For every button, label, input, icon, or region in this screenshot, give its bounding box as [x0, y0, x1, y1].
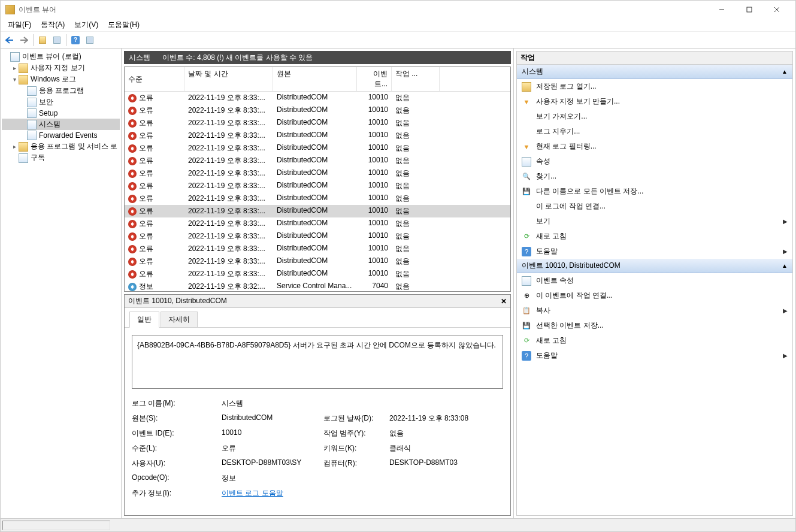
expand-icon[interactable]: ▸: [10, 143, 19, 150]
tree-forwarded[interactable]: Forwarded Events: [2, 130, 120, 141]
action-help[interactable]: ?도움말▶: [517, 244, 792, 259]
action-help-2[interactable]: ?도움말▶: [517, 348, 792, 363]
menu-help[interactable]: 도움말(H): [103, 19, 144, 31]
col-eventid[interactable]: 이벤트...: [357, 67, 392, 91]
table-row[interactable]: 오류2022-11-19 오후 8:33:...DistributedCOM10…: [125, 155, 510, 167]
action-group-event[interactable]: 이벤트 10010, DistributedCOM ▲: [517, 259, 792, 273]
tree-subscriptions[interactable]: 구독: [2, 152, 120, 164]
cell-source: DistributedCOM: [273, 243, 357, 255]
action-refresh-2[interactable]: ⟳새로 고침: [517, 333, 792, 348]
tree-pane[interactable]: 이벤트 뷰어 (로컬) ▸ 사용자 지정 보기 ▾ Windows 로그 응용 …: [1, 49, 122, 518]
table-row[interactable]: 오류2022-11-19 오후 8:33:...DistributedCOM10…: [125, 129, 510, 142]
action-import-view[interactable]: 보기 가져오기...: [517, 109, 792, 124]
action-attach-task-event[interactable]: ⊕이 이벤트에 작업 연결...: [517, 288, 792, 303]
label-opcode: Opcode(O):: [132, 473, 216, 483]
titlebar: 이벤트 뷰어: [1, 1, 795, 19]
tree-app-services[interactable]: ▸ 응용 프로그램 및 서비스 로: [2, 141, 120, 152]
action-copy[interactable]: 📋복사▶: [517, 303, 792, 318]
properties-icon: [522, 276, 531, 286]
event-properties-grid: 로그 이름(M): 시스템 원본(S): DistributedCOM 로그된 …: [132, 398, 503, 498]
tab-details[interactable]: 자세히: [161, 312, 198, 328]
table-row[interactable]: 오류2022-11-19 오후 8:33:...DistributedCOM10…: [125, 255, 510, 268]
toolbar-button-3[interactable]: [83, 34, 96, 47]
nav-back-button[interactable]: [3, 34, 16, 47]
table-row[interactable]: 오류2022-11-19 오후 8:33:...DistributedCOM10…: [125, 268, 510, 280]
copy-icon: 📋: [522, 306, 531, 316]
task-icon: ⊕: [522, 291, 531, 301]
table-row[interactable]: 오류2022-11-19 오후 8:33:...DistributedCOM10…: [125, 217, 510, 230]
table-row[interactable]: 오류2022-11-19 오후 8:33:...DistributedCOM10…: [125, 192, 510, 205]
cell-task: 없음: [392, 281, 440, 291]
action-properties[interactable]: 속성: [517, 154, 792, 169]
table-row[interactable]: 오류2022-11-19 오후 8:33:...DistributedCOM10…: [125, 117, 510, 129]
table-row[interactable]: 오류2022-11-19 오후 8:33:...DistributedCOM10…: [125, 92, 510, 104]
log-icon: [27, 98, 37, 107]
action-view[interactable]: 보기▶: [517, 214, 792, 229]
action-open-saved-log[interactable]: 저장된 로그 열기...: [517, 79, 792, 94]
tree-application[interactable]: 응용 프로그램: [2, 85, 120, 96]
cell-source: DistributedCOM: [273, 180, 357, 192]
tree-system[interactable]: 시스템: [2, 119, 120, 130]
expand-icon[interactable]: ▸: [10, 65, 19, 71]
help-button[interactable]: ?: [69, 34, 82, 47]
menu-action[interactable]: 동작(A): [36, 19, 69, 31]
col-source[interactable]: 원본: [273, 67, 357, 91]
value-level: 오류: [222, 443, 317, 454]
table-row[interactable]: 오류2022-11-19 오후 8:33:...DistributedCOM10…: [125, 142, 510, 155]
error-icon: [128, 258, 137, 266]
table-body[interactable]: 오류2022-11-19 오후 8:33:...DistributedCOM10…: [125, 92, 510, 291]
cell-source: DistributedCOM: [273, 143, 357, 154]
col-task[interactable]: 작업 ...: [392, 67, 440, 91]
action-group-system[interactable]: 시스템 ▲: [517, 65, 792, 79]
col-level[interactable]: 수준: [125, 67, 184, 91]
cell-date: 2022-11-19 오후 8:33:...: [184, 268, 273, 280]
action-event-properties[interactable]: 이벤트 속성: [517, 273, 792, 288]
event-log-help-link[interactable]: 이벤트 로그 도움말: [222, 489, 283, 497]
maximize-button[interactable]: [736, 1, 763, 19]
action-find[interactable]: 🔍찾기...: [517, 169, 792, 184]
table-row[interactable]: 오류2022-11-19 오후 8:33:...DistributedCOM10…: [125, 243, 510, 255]
action-create-custom-view[interactable]: ▼사용자 지정 보기 만들기...: [517, 94, 792, 109]
table-row[interactable]: 오류2022-11-19 오후 8:33:...DistributedCOM10…: [125, 104, 510, 117]
label-user: 사용자(U):: [132, 458, 216, 468]
action-clear-log[interactable]: 로그 지우기...: [517, 124, 792, 139]
tree-root[interactable]: 이벤트 뷰어 (로컬): [2, 51, 120, 62]
cell-source: DistributedCOM: [273, 117, 357, 129]
folder-icon: [19, 142, 28, 152]
action-filter-log[interactable]: ▼현재 로그 필터링...: [517, 139, 792, 154]
value-source: DistributedCOM: [222, 413, 317, 424]
toolbar-button-2[interactable]: [50, 34, 63, 47]
action-save-all[interactable]: 💾다른 이름으로 모든 이벤트 저장...: [517, 184, 792, 199]
properties-icon: [522, 157, 531, 167]
blank-icon: [522, 127, 531, 137]
close-button[interactable]: [763, 1, 791, 19]
action-refresh[interactable]: ⟳새로 고침: [517, 229, 792, 244]
tree-windows-logs[interactable]: ▾ Windows 로그: [2, 74, 120, 85]
save-icon: 💾: [522, 187, 531, 197]
tree-security[interactable]: 보안: [2, 96, 120, 108]
action-save-selected[interactable]: 💾선택한 이벤트 저장...: [517, 318, 792, 333]
label-computer: 컴퓨터(R):: [323, 458, 383, 468]
table-row[interactable]: 오류2022-11-19 오후 8:33:...DistributedCOM10…: [125, 180, 510, 192]
table-row[interactable]: 오류2022-11-19 오후 8:33:...DistributedCOM10…: [125, 205, 510, 217]
action-attach-task-log[interactable]: 이 로그에 작업 연결...: [517, 199, 792, 214]
toolbar-button-1[interactable]: [36, 34, 49, 47]
minimize-button[interactable]: [708, 1, 736, 19]
table-row[interactable]: 오류2022-11-19 오후 8:33:...DistributedCOM10…: [125, 167, 510, 180]
tree-setup[interactable]: Setup: [2, 108, 120, 119]
tab-general[interactable]: 일반: [129, 312, 159, 328]
cell-event-id: 10010: [357, 180, 392, 192]
collapse-icon[interactable]: ▾: [10, 76, 19, 83]
nav-forward-button[interactable]: [17, 34, 31, 47]
table-row[interactable]: 정보2022-11-19 오후 8:32:...Service Control …: [125, 280, 510, 291]
cell-date: 2022-11-19 오후 8:33:...: [184, 143, 273, 154]
table-row[interactable]: 오류2022-11-19 오후 8:33:...DistributedCOM10…: [125, 230, 510, 243]
detail-close-button[interactable]: ✕: [501, 297, 507, 306]
filter-icon: ▼: [522, 142, 531, 152]
menu-view[interactable]: 보기(V): [69, 19, 103, 31]
menu-file[interactable]: 파일(F): [3, 19, 36, 31]
col-date[interactable]: 날짜 및 시간: [184, 67, 273, 91]
tree-custom-views[interactable]: ▸ 사용자 지정 보기: [2, 62, 120, 74]
svg-rect-1: [747, 7, 752, 12]
error-icon: [128, 132, 137, 140]
